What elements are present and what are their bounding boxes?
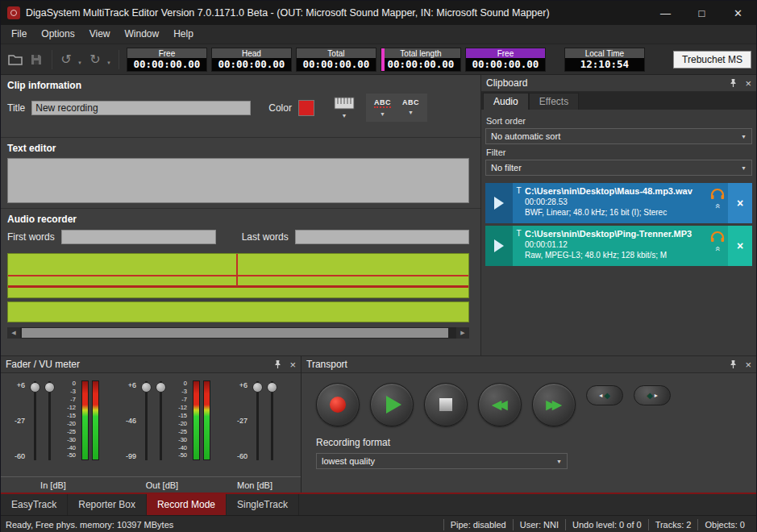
fader-thumb[interactable] [252, 382, 263, 393]
fader-thumb[interactable] [267, 382, 277, 393]
first-words-input[interactable] [61, 230, 216, 244]
waveform-display-secondary[interactable] [7, 301, 469, 322]
menu-window[interactable]: Window [118, 25, 167, 44]
font-selector-button[interactable]: Trebuchet MS [673, 51, 751, 69]
fader-thumb[interactable] [156, 382, 166, 393]
fader-group-mon: +6 -27 -60 [231, 380, 278, 472]
waveform-scrollbar[interactable]: ◀ ▶ [7, 327, 469, 339]
close-panel-icon[interactable]: × [289, 360, 296, 370]
playback-cursor[interactable] [236, 254, 238, 286]
fader-scale: +6 -46 -99 [120, 380, 138, 472]
undo-icon[interactable]: ↺ [56, 49, 76, 70]
collapse-chevron-icon[interactable]: « [713, 246, 722, 251]
fast-forward-button[interactable]: ▶▶ [532, 383, 576, 426]
toolbar: ↺ ▼ ↻ ▼ Free 00:00:00.00 Head 00:00:00.0… [1, 44, 756, 75]
stop-icon [439, 398, 452, 411]
pin-icon[interactable] [729, 360, 738, 369]
scrollbar-track[interactable] [20, 327, 456, 339]
fader-slider[interactable] [155, 380, 167, 472]
fader-slider[interactable] [266, 380, 278, 472]
close-panel-icon[interactable]: × [745, 360, 751, 370]
redo-dropdown-icon[interactable]: ▼ [106, 60, 111, 65]
fader-thumb[interactable] [141, 382, 152, 393]
scrollbar-thumb[interactable] [22, 328, 448, 338]
prelisten-headphones-icon[interactable] [710, 188, 725, 200]
vu-meter-bar [203, 380, 210, 460]
clip-tool-buttons: ▼ ABC ▼ ABC ▼ [329, 94, 427, 122]
filter-value: No filter [491, 163, 522, 172]
redo-icon[interactable]: ↻ [85, 49, 105, 70]
recording-format-dropdown[interactable]: lowest quality ▼ [316, 453, 568, 469]
undo-dropdown-icon[interactable]: ▼ [77, 60, 82, 65]
filter-dropdown[interactable]: No filter ▼ [485, 160, 752, 176]
item-type-badge: T [513, 226, 525, 266]
status-user: User: NNI [513, 519, 565, 530]
last-words-input[interactable] [295, 230, 469, 244]
play-item-button[interactable] [485, 226, 513, 266]
waveform-display[interactable] [7, 253, 469, 298]
tab-effects[interactable]: Effects [529, 93, 579, 110]
play-item-button[interactable] [485, 183, 513, 223]
status-objects: Objects: 0 [697, 519, 751, 530]
clipboard-item[interactable]: T C:\Users\nin\Desktop\Ping-Trenner.MP3 … [485, 226, 752, 266]
fader-panel-title: Fader / VU meter [6, 359, 80, 370]
tab-audio[interactable]: Audio [483, 93, 529, 110]
title-input[interactable] [31, 101, 251, 115]
text-editor-header: Text editor [1, 138, 480, 156]
menu-file[interactable]: File [4, 25, 34, 44]
tab-reporter-box[interactable]: Reporter Box [68, 494, 147, 515]
fader-scale: +6 -27 -60 [9, 380, 27, 472]
remove-item-button[interactable]: × [728, 226, 752, 266]
pin-icon[interactable] [729, 78, 738, 88]
collapse-chevron-icon[interactable]: « [713, 203, 722, 208]
app-logo-icon [7, 6, 20, 19]
color-label: Color [268, 102, 292, 114]
close-button[interactable]: ✕ [720, 1, 756, 25]
abc-dropdown-button[interactable]: ABC ▼ [397, 95, 424, 120]
insert-marker-out-button[interactable]: ◆▸ [634, 385, 671, 405]
fader-slider[interactable] [252, 380, 264, 472]
fader-slider[interactable] [140, 380, 152, 472]
item-path: C:\Users\nin\Desktop\Maus-48.mp3.wav [525, 185, 705, 197]
scroll-right-icon[interactable]: ▶ [456, 327, 469, 339]
fader-slider[interactable] [29, 380, 41, 472]
prelisten-headphones-icon[interactable] [710, 231, 725, 243]
maximize-button[interactable]: □ [684, 1, 720, 25]
pin-icon[interactable] [273, 360, 282, 369]
clipboard-item[interactable]: T C:\Users\nin\Desktop\Maus-48.mp3.wav 0… [485, 183, 752, 223]
fader-thumb[interactable] [30, 382, 40, 393]
record-button[interactable] [316, 383, 360, 426]
stop-button[interactable] [424, 383, 468, 426]
play-icon [494, 197, 504, 210]
fader-thumb[interactable] [44, 382, 55, 393]
scroll-left-icon[interactable]: ◀ [7, 327, 20, 339]
minimize-button[interactable]: — [647, 1, 684, 25]
insert-marker-in-button[interactable]: ◂◆ [586, 385, 623, 405]
fader-body: +6 -27 -60 0 -3 -7 -12 -15 -20 -25 - [1, 373, 301, 476]
chevron-down-icon: ▼ [741, 134, 747, 139]
tab-record-mode[interactable]: Record Mode [147, 494, 227, 515]
menu-help[interactable]: Help [166, 25, 201, 44]
save-icon[interactable] [27, 49, 46, 70]
play-button[interactable] [370, 383, 414, 426]
counter-head: Head 00:00:00.00 [211, 48, 292, 72]
spellcheck-dropdown-button[interactable]: ABC ▼ [369, 95, 396, 120]
keyboard-dropdown-button[interactable]: ▼ [329, 94, 360, 122]
sort-order-value: No automatic sort [491, 131, 560, 141]
item-type-badge: T [513, 183, 525, 223]
item-format: BWF, Linear; 48.0 kHz; 16 bit (I); Stere… [525, 207, 705, 218]
menu-view[interactable]: View [82, 25, 118, 44]
fader-slider[interactable] [44, 380, 56, 472]
menu-options[interactable]: Options [34, 25, 81, 44]
text-editor-area[interactable] [7, 158, 469, 203]
left-column: Clip information Title Color ▼ ABC [1, 75, 481, 355]
remove-item-button[interactable]: × [728, 183, 752, 223]
tab-singletrack[interactable]: SingleTrack [227, 494, 299, 515]
rewind-button[interactable]: ◀◀ [478, 383, 522, 426]
open-folder-icon[interactable] [6, 49, 25, 70]
clipboard-tabs: Audio Effects [481, 92, 756, 110]
sort-order-dropdown[interactable]: No automatic sort ▼ [485, 128, 752, 144]
color-swatch[interactable] [298, 100, 314, 116]
close-panel-icon[interactable]: × [745, 78, 751, 89]
tab-easytrack[interactable]: EasyTrack [1, 494, 68, 515]
